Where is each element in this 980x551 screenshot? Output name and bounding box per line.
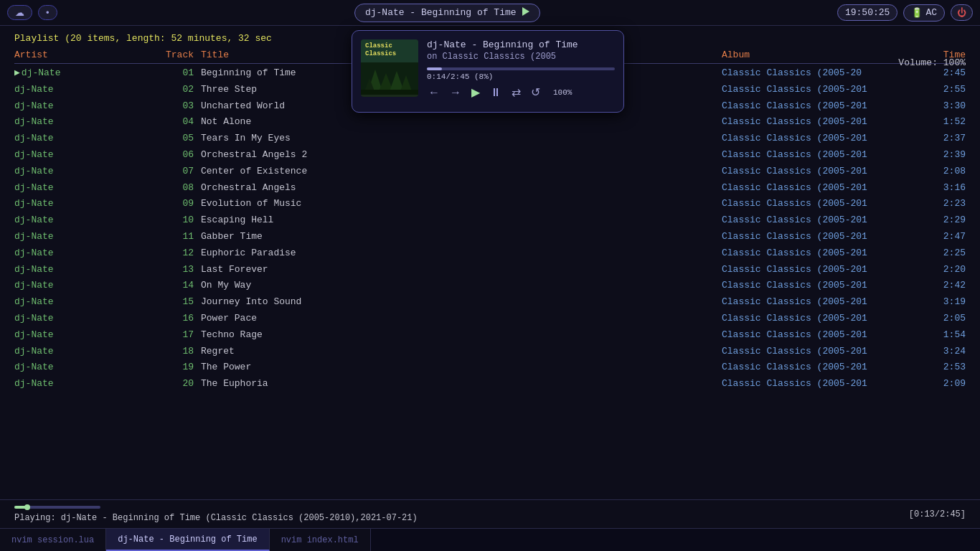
next-button[interactable]: → bbox=[448, 86, 463, 99]
table-row[interactable]: dj-Nate15Journey Into SoundClassic Class… bbox=[14, 294, 966, 311]
popup-progress-container[interactable]: 0:14/2:45 (8%) bbox=[427, 67, 615, 81]
pause-button[interactable]: ⏸ bbox=[489, 86, 503, 99]
table-row[interactable]: dj-Nate04Not AloneClassic Classics (2005… bbox=[14, 114, 966, 131]
popup-time-label: 0:14/2:45 (8%) bbox=[427, 72, 615, 81]
now-playing-pill[interactable]: dj-Nate - Beginning of Time bbox=[354, 4, 540, 22]
status-left: Playing: dj-Nate - Beginning of Time (Cl… bbox=[14, 506, 418, 523]
track-number: 16 bbox=[158, 311, 201, 326]
track-duration: 2:55 bbox=[923, 83, 966, 98]
artist-cell: dj-Nate bbox=[14, 377, 158, 392]
now-playing-label: dj-Nate - Beginning of Time bbox=[365, 7, 517, 18]
dot-button[interactable]: • bbox=[38, 5, 57, 20]
track-number: 03 bbox=[158, 99, 201, 114]
track-title: Regret bbox=[201, 344, 722, 359]
track-number: 12 bbox=[158, 246, 201, 261]
artist-cell: dj-Nate bbox=[14, 213, 158, 228]
track-title: Not Alone bbox=[201, 115, 722, 130]
track-number: 10 bbox=[158, 213, 201, 228]
artist-cell: dj-Nate bbox=[14, 131, 158, 146]
track-title: Power Pace bbox=[201, 311, 722, 326]
track-number: 06 bbox=[158, 148, 201, 163]
album-name: Classic Classics (2005-201 bbox=[722, 377, 923, 392]
artist-cell: dj-Nate bbox=[14, 360, 158, 375]
track-title: Journey Into Sound bbox=[201, 295, 722, 310]
svg-rect-6 bbox=[361, 90, 418, 95]
table-row[interactable]: dj-Nate16Power PaceClassic Classics (200… bbox=[14, 311, 966, 327]
track-number: 13 bbox=[158, 263, 201, 278]
artist-cell: dj-Nate bbox=[14, 148, 158, 163]
track-duration: 2:53 bbox=[923, 360, 966, 375]
table-row[interactable]: dj-Nate20The EuphoriaClassic Classics (2… bbox=[14, 376, 966, 392]
artist-cell: dj-Nate bbox=[14, 263, 158, 278]
artist-cell: dj-Nate bbox=[14, 181, 158, 196]
track-title: On My Way bbox=[201, 278, 722, 293]
table-row[interactable]: dj-Nate17Techno RageClassic Classics (20… bbox=[14, 327, 966, 344]
taskbar-item-index[interactable]: nvim index.html bbox=[270, 529, 371, 551]
table-row[interactable]: dj-Nate06Orchestral Angels 2Classic Clas… bbox=[14, 147, 966, 164]
artist-cell: ▶dj-Nate bbox=[14, 66, 158, 81]
table-row[interactable]: dj-Nate09Evolution of MusicClassic Class… bbox=[14, 196, 966, 212]
track-duration: 3:30 bbox=[923, 99, 966, 114]
topbar-right: 19:50:25 🔋 AC ⏻ bbox=[837, 4, 973, 22]
prev-button[interactable]: ← bbox=[427, 86, 441, 99]
table-row[interactable]: dj-Nate10Escaping HellClassic Classics (… bbox=[14, 212, 966, 229]
album-name: Classic Classics (2005-201 bbox=[722, 360, 923, 375]
track-title: Tears In My Eyes bbox=[201, 131, 722, 146]
table-row[interactable]: dj-Nate13Last ForeverClassic Classics (2… bbox=[14, 262, 966, 278]
table-row[interactable]: dj-Nate19The PowerClassic Classics (2005… bbox=[14, 359, 966, 376]
track-duration: 2:20 bbox=[923, 263, 966, 278]
cloud-button[interactable]: ☁ bbox=[7, 5, 32, 20]
progress-track[interactable] bbox=[14, 506, 100, 509]
col-header-track: Track bbox=[158, 50, 201, 60]
artist-cell: dj-Nate bbox=[14, 164, 158, 179]
topbar-left: ☁ • bbox=[7, 5, 57, 20]
album-art-top: Classic Classics bbox=[361, 39, 418, 62]
taskbar-item-nowplaying[interactable]: dj-Nate - Beginning of Time bbox=[106, 529, 269, 551]
power-button[interactable]: ⏻ bbox=[951, 4, 973, 21]
artist-cell: dj-Nate bbox=[14, 295, 158, 310]
track-duration: 1:54 bbox=[923, 328, 966, 343]
popup-controls: ← → ▶ ⏸ ⇄ ↺ 100% bbox=[427, 85, 615, 99]
dot-label: • bbox=[46, 7, 50, 18]
time-counter: [0:13/2:45] bbox=[909, 509, 966, 519]
artist-cell: dj-Nate bbox=[14, 344, 158, 359]
status-bar: Playing: dj-Nate - Beginning of Time (Cl… bbox=[0, 499, 980, 528]
taskbar: nvim session.lua dj-Nate - Beginning of … bbox=[0, 528, 980, 551]
table-row[interactable]: dj-Nate18RegretClassic Classics (2005-20… bbox=[14, 344, 966, 360]
artist-cell: dj-Nate bbox=[14, 99, 158, 114]
progress-bar-container bbox=[14, 506, 418, 509]
popup-album-name: on Classic Classics (2005 bbox=[427, 52, 615, 62]
track-duration: 1:52 bbox=[923, 115, 966, 130]
taskbar-item-session[interactable]: nvim session.lua bbox=[0, 529, 106, 551]
popup-volume-container: 100% bbox=[549, 88, 572, 97]
repeat-button[interactable]: ↺ bbox=[529, 85, 542, 99]
shuffle-button[interactable]: ⇄ bbox=[510, 85, 522, 99]
track-duration: 3:24 bbox=[923, 344, 966, 359]
artist-cell: dj-Nate bbox=[14, 83, 158, 98]
table-row[interactable]: dj-Nate05Tears In My EyesClassic Classic… bbox=[14, 131, 966, 147]
table-row[interactable]: dj-Nate12Euphoric ParadiseClassic Classi… bbox=[14, 245, 966, 262]
table-row[interactable]: dj-Nate08Orchestral AngelsClassic Classi… bbox=[14, 180, 966, 197]
album-name: Classic Classics (2005-201 bbox=[722, 278, 923, 293]
battery-icon: 🔋 bbox=[911, 7, 923, 19]
taskbar-session-label: nvim session.lua bbox=[11, 535, 94, 545]
play-button[interactable]: ▶ bbox=[470, 85, 481, 99]
popup-track-name: dj-Nate - Beginning of Time bbox=[427, 39, 615, 50]
album-name: Classic Classics (2005-201 bbox=[722, 164, 923, 179]
table-row[interactable]: dj-Nate11Gabber TimeClassic Classics (20… bbox=[14, 229, 966, 245]
now-playing-popup: Classic Classics bbox=[352, 30, 624, 113]
artist-cell: dj-Nate bbox=[14, 246, 158, 261]
table-row[interactable]: dj-Nate07Center of ExistenceClassic Clas… bbox=[14, 164, 966, 180]
album-name: Classic Classics (2005-201 bbox=[722, 83, 923, 98]
track-number: 15 bbox=[158, 295, 201, 310]
table-row[interactable]: dj-Nate14On My WayClassic Classics (2005… bbox=[14, 278, 966, 294]
trees-svg bbox=[361, 62, 418, 95]
track-duration: 3:16 bbox=[923, 181, 966, 196]
track-duration: 2:39 bbox=[923, 148, 966, 163]
track-number: 18 bbox=[158, 344, 201, 359]
taskbar-index-label: nvim index.html bbox=[281, 535, 359, 545]
time-display: 19:50:25 bbox=[837, 4, 897, 21]
track-number: 04 bbox=[158, 115, 201, 130]
track-duration: 2:25 bbox=[923, 246, 966, 261]
track-duration: 2:47 bbox=[923, 230, 966, 245]
